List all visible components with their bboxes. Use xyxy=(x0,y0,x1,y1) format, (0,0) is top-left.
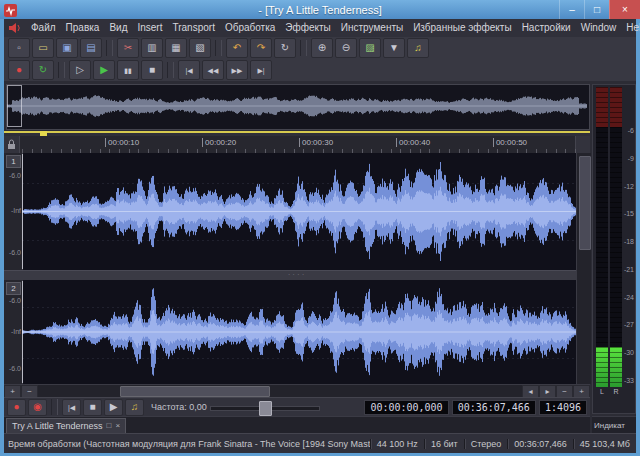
menu-item-window[interactable]: Window xyxy=(576,19,622,37)
menu-item-view[interactable]: Вид xyxy=(104,19,132,37)
save-icon: ▣ xyxy=(62,43,71,53)
minimize-button[interactable]: – xyxy=(559,0,584,19)
status-length: 00:36:07,466 xyxy=(507,439,573,449)
menu-item-effects[interactable]: Эффекты xyxy=(280,19,335,37)
ruler-time-label: 00:00:30 xyxy=(299,138,333,147)
menu-bar: ФайлПравкаВидInsertTransportОбработкаЭфф… xyxy=(4,19,636,38)
hscroll-thumb[interactable] xyxy=(120,386,270,397)
open-file-icon: ▭ xyxy=(38,43,47,53)
pause-button[interactable]: ▮▮ xyxy=(117,60,139,80)
play-button[interactable]: ▶ xyxy=(104,399,123,416)
menu-items: ФайлПравкаВидInsertTransportОбработкаЭфф… xyxy=(26,19,640,37)
channel-2-number-button[interactable]: 2 xyxy=(6,282,21,295)
meter-bar-left[interactable] xyxy=(596,87,608,387)
rate-slider[interactable] xyxy=(210,401,320,414)
db-scale-label: -Inf xyxy=(4,328,21,335)
go-to-end-button[interactable]: ▶| xyxy=(250,60,272,80)
ruler-time-label: 00:00:50 xyxy=(493,138,527,147)
ruler-corner-button[interactable] xyxy=(575,136,590,153)
rate-label: Частота: 0,00 xyxy=(151,402,207,412)
channel-1-track[interactable]: 1-6.0-Inf-6.0 xyxy=(4,153,590,270)
selection-end-display[interactable]: 00:36:07,466 xyxy=(452,400,536,415)
meter-scale-label: -33 xyxy=(621,377,634,384)
meter-left-channel-label: L xyxy=(596,388,608,395)
tab-restore-icon[interactable]: □ xyxy=(107,421,112,430)
meter-scale-label: -6 xyxy=(621,127,634,134)
repeat-button[interactable]: ↻ xyxy=(274,38,296,58)
redo-button[interactable]: ↷ xyxy=(250,38,272,58)
new-file-button[interactable]: ▫ xyxy=(8,38,30,58)
lock-icon xyxy=(7,139,16,150)
cursor-position-display[interactable]: 00:00:00,000 xyxy=(364,400,448,415)
toolbar-separator xyxy=(167,62,174,78)
copy-button[interactable]: ▥ xyxy=(141,38,163,58)
play-all-icon: ▷ xyxy=(76,65,84,75)
record-button[interactable]: ● xyxy=(7,399,26,416)
snap-lock-button[interactable] xyxy=(4,136,20,153)
channel-2-track[interactable]: 2-6.0-Inf-6.0 xyxy=(4,280,590,384)
meter-panel-title: Индикат xyxy=(592,416,636,433)
ruler-time-label: 00:00:10 xyxy=(105,138,139,147)
overview-strip[interactable] xyxy=(6,84,590,130)
menu-item-options[interactable]: Настройки xyxy=(517,19,576,37)
undo-button[interactable]: ↶ xyxy=(226,38,248,58)
play-all-button[interactable]: ▷ xyxy=(69,60,91,80)
workspace: -6-9-12-15-18-21-24-27-30-33 L R Индикат… xyxy=(4,81,636,433)
stop-button[interactable]: ■ xyxy=(141,60,163,80)
rate-slider-thumb[interactable] xyxy=(259,401,272,416)
stop-button[interactable]: ■ xyxy=(83,399,102,416)
spectrum-button[interactable]: ▨ xyxy=(359,38,381,58)
channel-1-gutter: 1-6.0-Inf-6.0 xyxy=(4,153,23,270)
close-button[interactable]: × xyxy=(609,0,640,19)
monitor-button[interactable]: ♫ xyxy=(125,399,144,416)
app-window: - [Try A Little Tenderness] – □ × ФайлПр… xyxy=(0,0,640,456)
menu-item-tools[interactable]: Инструменты xyxy=(336,19,408,37)
loop-playback-icon: ↻ xyxy=(39,65,47,75)
zoom-in-button[interactable]: ⊕ xyxy=(311,38,333,58)
monitor-button[interactable]: ♫ xyxy=(407,38,429,58)
save-as-button[interactable]: ▤ xyxy=(80,38,102,58)
play-icon: ▶ xyxy=(110,402,118,412)
menu-item-help[interactable]: Help xyxy=(621,19,640,37)
db-scale-label: -6.0 xyxy=(4,365,21,372)
zoom-out-button[interactable]: ⊖ xyxy=(335,38,357,58)
window-controls: – □ × xyxy=(559,0,640,19)
loop-playback-button[interactable]: ↻ xyxy=(32,60,54,80)
go-to-start-button[interactable]: |◀ xyxy=(178,60,200,80)
marker-button[interactable]: ▼ xyxy=(383,38,405,58)
title-bar[interactable]: - [Try A Little Tenderness] – □ × xyxy=(0,0,640,19)
forward-button[interactable]: ▶▶ xyxy=(226,60,248,80)
play-button[interactable]: ▶ xyxy=(93,60,115,80)
waveform-channel-2[interactable] xyxy=(22,281,576,383)
document-tab[interactable]: Try A Little Tenderness □ × xyxy=(6,418,126,434)
time-ruler[interactable]: 00:00:1000:00:2000:00:3000:00:4000:00:50 xyxy=(4,136,590,154)
record-remote-icon: ◉ xyxy=(33,402,42,412)
record-button[interactable]: ● xyxy=(8,60,30,80)
record-remote-button[interactable]: ◉ xyxy=(28,399,47,416)
menu-item-favorite-effects[interactable]: Избранные эффекты xyxy=(408,19,516,37)
cut-button[interactable]: ✂ xyxy=(117,38,139,58)
go-to-start-button[interactable]: |◀ xyxy=(62,399,81,416)
zoom-ratio-display[interactable]: 1:4096 xyxy=(539,400,587,415)
db-scale-label: -Inf xyxy=(4,207,21,214)
go-to-start-icon: |◀ xyxy=(68,404,75,411)
open-file-button[interactable]: ▭ xyxy=(32,38,54,58)
menu-item-edit[interactable]: Правка xyxy=(61,19,105,37)
menu-item-transport[interactable]: Transport xyxy=(167,19,219,37)
menu-item-insert[interactable]: Insert xyxy=(132,19,167,37)
vscroll-thumb[interactable] xyxy=(579,156,591,250)
save-button[interactable]: ▣ xyxy=(56,38,78,58)
vertical-scrollbar[interactable] xyxy=(576,153,591,384)
zoom-in-icon: ⊕ xyxy=(318,43,326,53)
menu-item-file[interactable]: Файл xyxy=(26,19,61,37)
maximize-button[interactable]: □ xyxy=(584,0,609,19)
waveform-channel-1[interactable] xyxy=(22,154,576,269)
tab-close-icon[interactable]: × xyxy=(115,421,120,430)
channel-1-number-button[interactable]: 1 xyxy=(6,155,21,168)
overview-waveform[interactable] xyxy=(7,85,587,127)
trim-button[interactable]: ▧ xyxy=(189,38,211,58)
rewind-button[interactable]: ◀◀ xyxy=(202,60,224,80)
menu-item-process[interactable]: Обработка xyxy=(220,19,280,37)
paste-button[interactable]: ▦ xyxy=(165,38,187,58)
repeat-icon: ↻ xyxy=(281,43,289,53)
